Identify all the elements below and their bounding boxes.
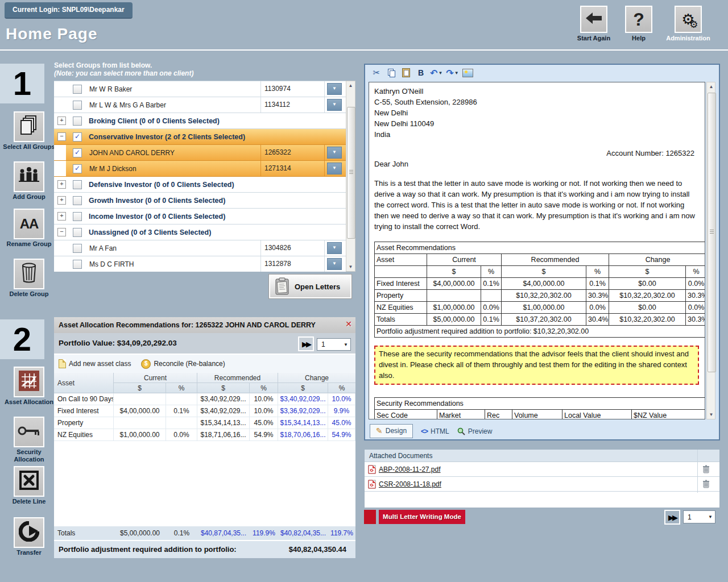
paste-icon[interactable] [400, 67, 412, 78]
scroll-up-icon[interactable]: ▲ [346, 81, 355, 90]
editor-scrollbar-thumb[interactable] [708, 93, 716, 372]
page-select[interactable]: 1▼ [317, 338, 351, 351]
group-list-scrollbar[interactable]: ▲ ▼ [346, 81, 355, 272]
row-checkbox[interactable] [73, 212, 82, 221]
client-row[interactable]: ✓JOHN AND CAROL DERRY1265322▼ [54, 145, 346, 161]
editor-scroll-down-icon[interactable]: ▼ [707, 410, 715, 419]
help-button[interactable]: ? [625, 6, 652, 33]
expander-toggle-icon[interactable]: + [57, 212, 66, 221]
undo-dropdown-icon[interactable]: ▼ [438, 70, 442, 76]
letter-content[interactable]: Kathryn O'NeillC-55, South Extension, 22… [369, 82, 705, 419]
client-row[interactable]: ✓Mr M J Dickson1271314▼ [54, 161, 346, 177]
tab-preview-label: Preview [468, 427, 493, 435]
cut-icon[interactable]: ✂ [371, 67, 382, 78]
attachment-link[interactable]: ABP-2008-11-27.pdf [379, 465, 441, 473]
login-badge: Current Login: SNPL09\Deepankar [5, 2, 133, 19]
letter-page-select[interactable]: 1▼ [683, 510, 715, 523]
totals-cell-asset: Totals [54, 526, 114, 540]
expander-toggle-icon[interactable]: + [57, 196, 66, 205]
delete-group-button[interactable] [14, 259, 44, 289]
select-all-groups-button[interactable] [14, 111, 44, 142]
row-checkbox[interactable] [73, 196, 82, 205]
scroll-down-icon[interactable]: ▼ [346, 263, 355, 271]
group-row[interactable]: −✓Conservative Investor (2 of 2 Clients … [54, 129, 346, 145]
row-dropdown-icon[interactable]: ▼ [327, 242, 342, 254]
group-name: Income Investor (0 of 0 Clients Selected… [89, 213, 346, 221]
add-group-button[interactable] [14, 161, 44, 192]
row-dropdown-icon[interactable]: ▼ [327, 99, 342, 111]
alloc-cell-cur [114, 393, 166, 405]
start-again-button[interactable] [580, 6, 607, 33]
group-row[interactable]: +Income Investor (0 of 0 Clients Selecte… [54, 209, 346, 225]
row-gutter [54, 145, 66, 160]
totals-cell-chg: $40,82,04,35... [278, 526, 328, 540]
letter-editor-panel: ✂ B ↶▼ ↷▼ Kathryn O'NeillC-55, South Ext… [364, 64, 720, 440]
close-icon[interactable]: ✕ [343, 319, 354, 331]
tab-preview[interactable]: Preview [457, 427, 493, 435]
expander-toggle-icon[interactable]: − [57, 228, 66, 236]
row-checkbox[interactable] [73, 244, 82, 253]
trash-icon[interactable] [702, 465, 710, 473]
trash-icon[interactable] [702, 480, 710, 488]
redo-dropdown-icon[interactable]: ▼ [454, 70, 459, 76]
tab-html[interactable]: <> HTML [421, 427, 449, 435]
alloc-cell-rec: $15,34,14,13... [197, 417, 250, 429]
row-checkbox[interactable] [73, 260, 82, 269]
row-checkbox[interactable] [73, 117, 82, 126]
multi-letter-writing-mode-button[interactable]: Multi Letter Writing Mode [379, 510, 465, 524]
fast-forward-icon[interactable]: ▶▶ [298, 336, 314, 351]
client-row[interactable]: Mr L W & Mrs G A Barber1134112▼ [54, 97, 346, 113]
delete-line-button[interactable] [14, 466, 44, 497]
client-row[interactable]: Mr A Fan1304826▼ [54, 240, 346, 256]
client-row[interactable]: Mr W R Baker1130974▼ [54, 81, 346, 97]
editor-scroll-up-icon[interactable]: ▲ [707, 82, 715, 91]
insert-image-icon[interactable] [462, 67, 474, 78]
letter-fast-forward-icon[interactable]: ▶▶ [664, 510, 680, 525]
security-allocation-button[interactable] [14, 417, 44, 447]
editor-scrollbar[interactable]: ▲ ▼ [706, 82, 715, 419]
alloc-table-header: Asset Current Recommended Change $ % $ %… [54, 373, 355, 393]
allocation-panel-title: Asset Allocation Recommendations for: 12… [54, 317, 355, 333]
alloc-table-row: NZ Equities$1,00,000.000.0%$18,71,06,16.… [54, 429, 355, 441]
transfer-button[interactable] [14, 517, 44, 548]
redo-icon[interactable]: ↷▼ [446, 67, 458, 78]
expander-toggle-icon[interactable]: + [57, 180, 66, 189]
stacked-pages-icon [19, 115, 39, 138]
tab-design[interactable]: ✎ Design [370, 424, 413, 438]
expander-toggle-icon[interactable]: − [57, 132, 66, 141]
group-row[interactable]: +Defensive Investor (0 of 0 Clients Sele… [54, 177, 346, 193]
magnifier-icon [457, 427, 465, 435]
group-row[interactable]: +Growth Investor (0 of 0 Clients Selecte… [54, 193, 346, 209]
administration-button[interactable]: ⚙⚙ [675, 6, 702, 33]
asset-allocation-button[interactable] [14, 367, 44, 397]
row-checkbox[interactable]: ✓ [73, 148, 82, 157]
row-checkbox[interactable] [73, 228, 82, 237]
alloc-table-row: Property$15,34,14,13...45.0%$15,34,14,13… [54, 417, 355, 429]
totals-cell-chgp: 119.7% [328, 526, 355, 540]
row-checkbox[interactable]: ✓ [73, 132, 82, 142]
row-checkbox[interactable] [73, 85, 82, 94]
row-dropdown-icon[interactable]: ▼ [327, 147, 342, 159]
reconcile-button[interactable]: $ Reconcile (Re-balance) [141, 359, 225, 369]
administration-label: Administration [663, 35, 714, 41]
bold-icon[interactable]: B [415, 67, 427, 78]
scrollbar-thumb[interactable] [347, 107, 355, 239]
copy-icon[interactable] [386, 67, 397, 78]
attachment-link[interactable]: CSR-2008-11-18.pdf [379, 480, 441, 488]
client-row[interactable]: Ms D C FIRTH1312878▼ [54, 256, 346, 272]
group-row[interactable]: +Broking Client (0 of 0 Clients Selected… [54, 113, 346, 129]
alloc-cell-cur: $1,00,000.00 [114, 429, 166, 440]
open-letters-button[interactable]: Open Letters [269, 275, 351, 298]
row-dropdown-icon[interactable]: ▼ [327, 258, 342, 270]
undo-icon[interactable]: ↶▼ [430, 67, 442, 78]
rename-group-button[interactable]: AA [14, 209, 44, 239]
row-checkbox[interactable] [73, 101, 82, 110]
row-dropdown-icon[interactable]: ▼ [327, 83, 342, 95]
row-checkbox[interactable] [73, 180, 82, 189]
expander-toggle-icon[interactable]: + [57, 117, 66, 125]
add-asset-class-button[interactable]: Add new asset class [59, 359, 131, 368]
row-checkbox[interactable]: ✓ [73, 164, 82, 173]
group-row[interactable]: −Unassigned (0 of 3 Clients Selected) [54, 225, 346, 240]
row-dropdown-icon[interactable]: ▼ [327, 163, 342, 174]
group-name: Broking Client (0 of 0 Clients Selected) [89, 117, 346, 125]
